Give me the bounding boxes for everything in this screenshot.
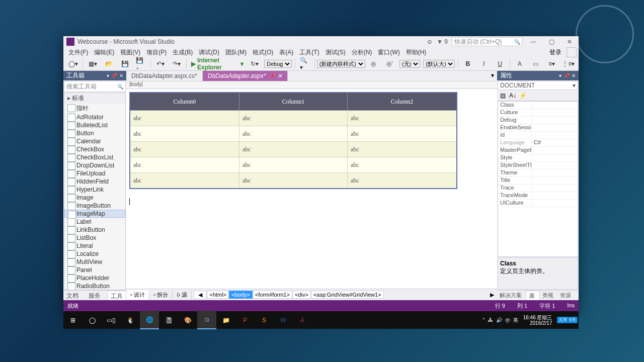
menu-item[interactable]: 工具(T) [296, 47, 322, 58]
menu-item[interactable]: 视图(V) [117, 47, 143, 58]
cell[interactable]: abc [348, 111, 457, 126]
italic-button[interactable]: I [476, 58, 492, 69]
menu-item[interactable]: 项目(P) [143, 47, 170, 58]
toolbox-item[interactable]: RadioButton [64, 282, 125, 290]
toolbox-item[interactable]: ImageButton [64, 202, 125, 210]
toolbox-item[interactable]: Panel [64, 266, 125, 274]
property-row[interactable]: Id [498, 132, 578, 139]
target-icon[interactable]: ◎ [366, 58, 381, 69]
cell[interactable]: abc [348, 157, 457, 173]
toolbox-item[interactable]: HiddenField [64, 177, 125, 186]
cell[interactable]: abc [348, 126, 457, 142]
property-row[interactable]: Title [498, 177, 578, 185]
menu-item[interactable]: 调试(D) [196, 47, 222, 58]
subtab[interactable]: 资源视图 [557, 291, 579, 300]
cell[interactable]: abc [348, 173, 457, 189]
events-icon[interactable]: ⚡ [518, 92, 527, 99]
properties-target-select[interactable]: DOCUMENT [498, 81, 578, 90]
tag[interactable]: <asp:GridView#GridView1> [311, 291, 384, 299]
undo-button[interactable]: ↶▾ [153, 58, 168, 69]
menu-item[interactable]: 编辑(E) [91, 47, 117, 58]
taskview-icon[interactable]: ▭▯ [102, 311, 121, 329]
underline-button[interactable]: U [493, 58, 508, 69]
volume-icon[interactable]: 🔊 [496, 317, 502, 323]
rule-select[interactable]: (无) [398, 58, 421, 69]
menu-item[interactable]: 团队(M) [222, 47, 250, 58]
cell[interactable]: abc [239, 111, 347, 126]
toolbox-item[interactable]: Literal [64, 242, 125, 250]
split-view-button[interactable]: ▫ 拆分 [149, 290, 173, 300]
bold-button[interactable]: B [460, 58, 475, 69]
access-icon[interactable]: A [293, 311, 312, 329]
cell[interactable]: abc [130, 173, 239, 189]
property-row[interactable]: Culture [498, 109, 578, 117]
weather-badge[interactable]: 元宵 5天 [557, 317, 578, 323]
prev-icon[interactable]: ◀ [194, 291, 207, 299]
toolbox-item[interactable]: PlaceHolder [64, 274, 125, 282]
notifications[interactable]: ▼ 9 [437, 38, 448, 45]
cell[interactable]: abc [130, 157, 239, 173]
element-path[interactable]: |body| [126, 81, 497, 89]
dropdown-icon[interactable]: ▾ [107, 73, 109, 78]
source-view-button[interactable]: ⟨› 源 [173, 290, 192, 300]
explorer-icon[interactable]: 📁 [216, 311, 235, 329]
pushpin-icon[interactable]: 📌 [564, 73, 570, 78]
list-button[interactable]: ⋮≡▾ [560, 58, 577, 69]
subtab[interactable]: 文档大纲 [63, 291, 86, 300]
network-icon[interactable]: 🖧 [488, 317, 493, 323]
cell[interactable]: abc [239, 126, 347, 142]
cell[interactable]: abc [130, 111, 239, 126]
column-header[interactable]: Column2 [348, 93, 457, 111]
subtab[interactable]: 解决方案资... [497, 291, 526, 300]
designer-surface[interactable]: Column0Column1Column2abcabcabcabcabcabca… [126, 89, 497, 289]
toolbox-item[interactable]: CheckBoxList [64, 153, 125, 161]
property-row[interactable]: Debug [498, 117, 578, 124]
subtab[interactable]: 服务器... [86, 291, 107, 300]
nav-back-button[interactable]: ◯▾ [65, 58, 80, 69]
property-row[interactable]: LanguageC# [498, 139, 578, 147]
menu-item[interactable]: 分析(N) [349, 47, 375, 58]
word-icon[interactable]: W [274, 311, 293, 329]
new-button[interactable]: ▦▾ [85, 58, 100, 69]
find-button[interactable]: 🔍▾ [297, 58, 312, 69]
save-button[interactable]: 💾 [117, 58, 132, 69]
toolbox-list[interactable]: ▸ 标准指针AdRotatorBulletedListButtonCalenda… [64, 93, 126, 290]
gridview[interactable]: Column0Column1Column2abcabcabcabcabcabca… [129, 92, 457, 189]
target2-icon[interactable]: ◎' [382, 58, 397, 69]
app-icon[interactable]: 🐧 [121, 311, 140, 329]
open-button[interactable]: 📂 [101, 58, 116, 69]
toolbox-item[interactable]: Localize [64, 250, 125, 258]
menu-item[interactable]: 帮助(H) [403, 47, 430, 58]
toolbox-group[interactable]: ▸ 标准 [64, 93, 125, 104]
ime-mode[interactable]: 英 [513, 317, 518, 324]
onenote-icon[interactable]: 📓 [159, 311, 178, 329]
close-icon[interactable]: ✕ [119, 73, 123, 78]
browser-link-button[interactable]: ↻▾ [247, 58, 262, 69]
subtab[interactable]: 类视图 [540, 291, 557, 300]
toolbox-item[interactable]: LinkButton [64, 226, 125, 234]
next-icon[interactable]: ▶ [487, 292, 497, 298]
properties-title[interactable]: 属性 ▾📌✕ [497, 71, 579, 80]
close-button[interactable]: ✕ [562, 37, 577, 46]
toolbox-item[interactable]: Calendar [64, 137, 125, 145]
sublime-icon[interactable]: S [255, 311, 274, 329]
alpha-icon[interactable]: A↓ [508, 92, 517, 99]
toolbox-search-input[interactable]: 搜索工具箱 [64, 81, 126, 92]
toolbox-item[interactable]: BulletedList [64, 121, 125, 129]
cell[interactable]: abc [130, 142, 239, 157]
tag[interactable]: <form#form1> [253, 291, 292, 299]
quick-launch-input[interactable]: 快速启动 (Ctrl+Q) [452, 37, 522, 46]
align-button[interactable]: ≡▾ [544, 58, 559, 69]
menu-item[interactable]: 格式(O) [250, 47, 276, 58]
close-icon[interactable]: ✕ [277, 72, 282, 79]
property-row[interactable]: StyleSheetThe [498, 162, 578, 169]
toolbox-item[interactable]: CheckBox [64, 145, 125, 153]
pin-icon[interactable]: 📌 [269, 73, 274, 78]
feedback-icon[interactable]: ☺ [427, 38, 433, 45]
toolbox-item[interactable]: DropDownList [64, 161, 125, 169]
toolbox-item[interactable]: ListBox [64, 234, 125, 242]
categorized-icon[interactable]: ▤ [498, 92, 507, 99]
property-row[interactable]: Trace [498, 185, 578, 192]
document-tab[interactable]: DbDataAdapter.aspx.cs* [126, 71, 203, 81]
property-row[interactable]: EnableSession [498, 124, 578, 132]
